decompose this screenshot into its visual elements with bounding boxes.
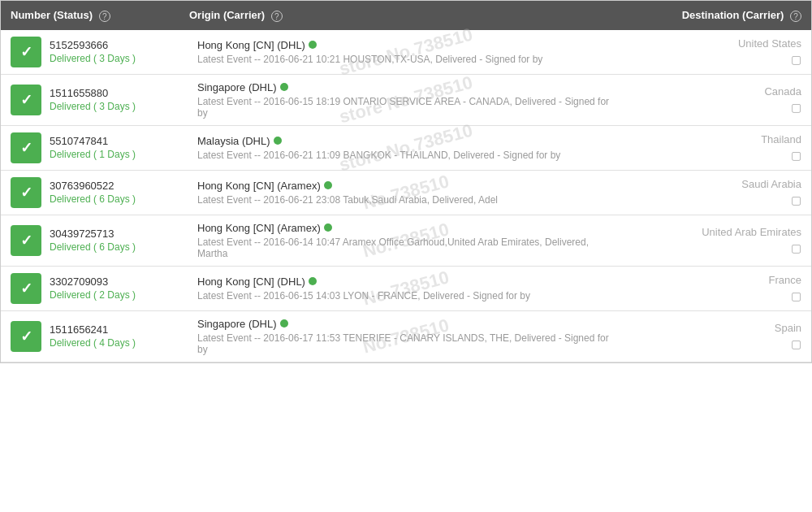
status-text: Delivered ( 2 Days )	[50, 289, 136, 301]
watermark: No.738510	[361, 171, 451, 214]
origin-line: Malaysia (DHL)	[197, 135, 615, 147]
row-right-6: Spain ▢	[623, 318, 801, 355]
number-info: 5510747841 Delivered ( 1 Days )	[50, 135, 136, 160]
status-text: Delivered ( 6 Days )	[50, 241, 136, 253]
table-row[interactable]: ✓ 30763960522 Delivered ( 6 Days ) Hong …	[1, 171, 811, 215]
destination-country: Saudi Arabia	[741, 178, 801, 190]
tracking-number[interactable]: 30763960522	[50, 180, 136, 192]
destination-country: Spain	[775, 322, 801, 334]
event-line: Latest Event -- 2016-06-21 11:09 BANGKOK…	[197, 150, 615, 161]
carrier-status-dot	[309, 41, 317, 49]
status-badge: ✓	[11, 273, 41, 304]
table-header: Number (Status) ? Origin (Carrier) ? Des…	[1, 1, 811, 30]
row-right-3: Saudi Arabia ▢	[623, 177, 801, 208]
origin-help-icon[interactable]: ?	[271, 11, 283, 22]
table-row[interactable]: ✓ 1511656241 Delivered ( 4 Days ) Singap…	[1, 311, 811, 362]
watermark: store No.738510	[337, 24, 475, 80]
origin-text: Hong Kong [CN] (DHL)	[197, 39, 305, 51]
row-left-3: ✓ 30763960522 Delivered ( 6 Days )	[11, 177, 189, 208]
destination-country: Thailand	[761, 133, 801, 145]
event-line: Latest Event -- 2016-06-14 10:47 Aramex …	[197, 236, 615, 259]
number-info: 1511656241 Delivered ( 4 Days )	[50, 323, 136, 349]
mobile-icon: ▢	[791, 289, 801, 302]
carrier-status-dot	[280, 319, 288, 328]
number-info: 30439725713 Delivered ( 6 Days )	[50, 228, 136, 253]
tracking-number[interactable]: 5510747841	[50, 135, 136, 147]
carrier-status-dot	[324, 223, 332, 232]
status-text: Delivered ( 4 Days )	[50, 337, 136, 349]
origin-line: Singapore (DHL)	[197, 81, 615, 93]
carrier-status-dot	[280, 83, 288, 91]
check-icon: ✓	[20, 328, 32, 345]
watermark: store No.738510	[337, 119, 475, 176]
origin-line: Hong Kong [CN] (DHL)	[197, 39, 615, 51]
row-right-4: United Arab Emirates ▢	[623, 222, 801, 259]
header-dest: Destination (Carrier) ?	[623, 9, 801, 22]
origin-text: Singapore (DHL)	[197, 81, 277, 93]
destination-country: United States	[738, 37, 801, 50]
number-info: 30763960522 Delivered ( 6 Days )	[50, 180, 136, 205]
carrier-status-dot	[274, 137, 282, 145]
status-text: Delivered ( 1 Days )	[50, 149, 136, 160]
table-body: ✓ 5152593666 Delivered ( 3 Days ) Hong K…	[1, 30, 811, 362]
table-row[interactable]: ✓ 30439725713 Delivered ( 6 Days ) Hong …	[1, 215, 811, 267]
status-badge: ✓	[11, 85, 41, 115]
tracking-number[interactable]: 1511655880	[50, 87, 136, 99]
status-badge: ✓	[11, 132, 41, 163]
row-middle-1: Singapore (DHL) Latest Event -- 2016-06-…	[189, 81, 623, 119]
number-help-icon[interactable]: ?	[99, 11, 110, 22]
row-middle-6: Singapore (DHL) Latest Event -- 2016-06-…	[189, 318, 623, 355]
tracking-number[interactable]: 3302709093	[50, 276, 136, 288]
carrier-status-dot	[324, 181, 332, 189]
row-middle-0: Hong Kong [CN] (DHL) Latest Event -- 201…	[189, 37, 623, 67]
tracking-table: Number (Status) ? Origin (Carrier) ? Des…	[0, 0, 812, 363]
status-text: Delivered ( 6 Days )	[50, 193, 136, 205]
watermark: No.738510	[361, 267, 451, 310]
mobile-icon: ▢	[791, 149, 801, 162]
row-left-5: ✓ 3302709093 Delivered ( 2 Days )	[11, 273, 189, 304]
destination-country: France	[769, 274, 801, 286]
origin-line: Hong Kong [CN] (DHL)	[197, 276, 615, 288]
row-right-1: Canada ▢	[623, 81, 801, 119]
table-row[interactable]: ✓ 5510747841 Delivered ( 1 Days ) Malays…	[1, 126, 811, 171]
status-badge: ✓	[11, 321, 41, 352]
status-badge: ✓	[11, 225, 41, 256]
header-number-label: Number (Status)	[11, 9, 93, 21]
mobile-icon: ▢	[791, 337, 801, 350]
row-middle-4: Hong Kong [CN] (Aramex) Latest Event -- …	[189, 222, 623, 259]
origin-text: Hong Kong [CN] (Aramex)	[197, 222, 321, 234]
origin-text: Hong Kong [CN] (DHL)	[197, 276, 305, 288]
event-line: Latest Event -- 2016-06-21 10:21 HOUSTON…	[197, 54, 615, 65]
header-origin-label: Origin (Carrier)	[189, 9, 265, 21]
row-left-0: ✓ 5152593666 Delivered ( 3 Days )	[11, 37, 189, 67]
status-badge: ✓	[11, 37, 41, 67]
event-line: Latest Event -- 2016-06-15 18:19 ONTARIO…	[197, 96, 615, 119]
status-badge: ✓	[11, 177, 41, 208]
event-line: Latest Event -- 2016-06-17 11:53 TENERIF…	[197, 332, 615, 355]
row-left-2: ✓ 5510747841 Delivered ( 1 Days )	[11, 132, 189, 163]
table-row[interactable]: ✓ 1511655880 Delivered ( 3 Days ) Singap…	[1, 75, 811, 126]
carrier-status-dot	[309, 277, 317, 285]
check-icon: ✓	[20, 91, 32, 109]
header-origin: Origin (Carrier) ?	[189, 9, 623, 22]
row-left-6: ✓ 1511656241 Delivered ( 4 Days )	[11, 318, 189, 355]
destination-country: Canada	[764, 85, 801, 98]
mobile-icon: ▢	[791, 101, 801, 114]
row-middle-2: Malaysia (DHL) Latest Event -- 2016-06-2…	[189, 132, 623, 163]
row-left-1: ✓ 1511655880 Delivered ( 3 Days )	[11, 81, 189, 119]
table-row[interactable]: ✓ 5152593666 Delivered ( 3 Days ) Hong K…	[1, 30, 811, 75]
tracking-number[interactable]: 5152593666	[50, 39, 136, 51]
dest-help-icon[interactable]: ?	[790, 11, 801, 22]
origin-text: Hong Kong [CN] (Aramex)	[197, 180, 321, 192]
tracking-number[interactable]: 30439725713	[50, 228, 136, 240]
origin-line: Singapore (DHL)	[197, 318, 615, 330]
check-icon: ✓	[20, 184, 32, 202]
mobile-icon: ▢	[791, 193, 801, 206]
origin-text: Malaysia (DHL)	[197, 135, 270, 147]
check-icon: ✓	[20, 232, 32, 249]
origin-text: Singapore (DHL)	[197, 318, 277, 330]
table-row[interactable]: ✓ 3302709093 Delivered ( 2 Days ) Hong K…	[1, 267, 811, 311]
number-info: 3302709093 Delivered ( 2 Days )	[50, 276, 136, 301]
tracking-number[interactable]: 1511656241	[50, 323, 136, 336]
check-icon: ✓	[20, 280, 32, 297]
